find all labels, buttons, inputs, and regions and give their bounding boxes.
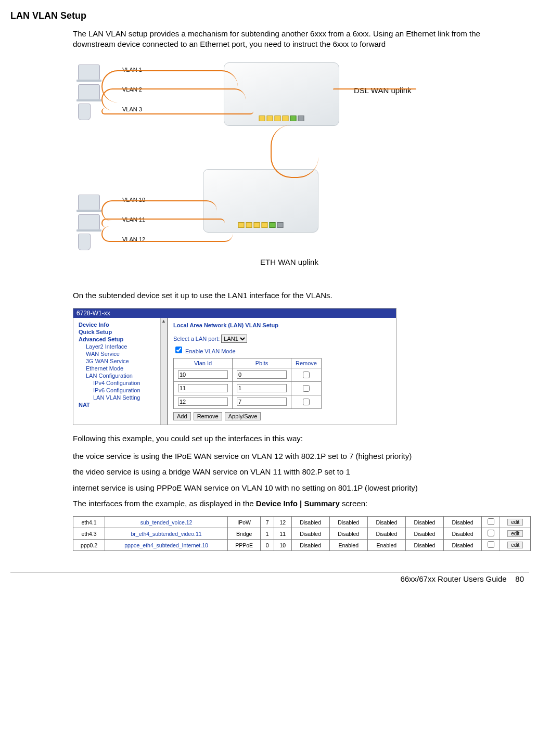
cell: Enabled bbox=[329, 540, 367, 551]
cell: 12 bbox=[274, 517, 292, 528]
table-row: eth4.1sub_tended_voice.12IPoW712Disabled… bbox=[73, 517, 531, 528]
cell: IPoW bbox=[227, 517, 261, 528]
laptop-icon bbox=[78, 65, 100, 80]
apply-save-button[interactable]: Apply/Save bbox=[225, 412, 261, 420]
vlan-id-input[interactable] bbox=[178, 398, 228, 406]
screen-name: Device Info | Summary bbox=[256, 499, 340, 508]
nav-item[interactable]: Device Info bbox=[79, 321, 167, 328]
cell: Disabled bbox=[291, 528, 329, 540]
add-button[interactable]: Add bbox=[173, 412, 191, 420]
vlan-table: Vlan Id Pbits Remove bbox=[173, 358, 322, 409]
pbits-input[interactable] bbox=[237, 370, 287, 379]
nav-item[interactable]: Layer2 Interface bbox=[79, 343, 167, 350]
edit-button[interactable]: edit bbox=[507, 519, 523, 526]
cell: pppoe_eth4_subteded_Internet.10 bbox=[105, 540, 228, 551]
laptop-icon bbox=[78, 214, 100, 230]
cell: 1 bbox=[261, 528, 274, 540]
row-checkbox[interactable] bbox=[488, 518, 494, 525]
table-row bbox=[174, 395, 322, 408]
pbits-input[interactable] bbox=[237, 398, 287, 406]
table-row: eth4.3br_eth4_subtended_video.11Bridge11… bbox=[73, 528, 531, 540]
select-lan-port-label: Select a LAN port: bbox=[173, 336, 220, 342]
nav-item[interactable]: IPv6 Configuration bbox=[79, 387, 167, 394]
cell: Disabled bbox=[367, 517, 405, 528]
cell: Bridge bbox=[227, 528, 261, 540]
phone-icon bbox=[78, 234, 91, 250]
cell: Disabled bbox=[291, 517, 329, 528]
nav-item[interactable]: IPv4 Configuration bbox=[79, 379, 167, 387]
nav-item[interactable]: Ethernet Mode bbox=[79, 365, 167, 372]
cell: 10 bbox=[274, 540, 292, 551]
remove-checkbox[interactable] bbox=[303, 399, 310, 405]
after-ss1-text: Following this example, you could set up… bbox=[73, 433, 519, 444]
col-remove: Remove bbox=[291, 358, 322, 368]
remove-checkbox[interactable] bbox=[303, 385, 310, 392]
table-row bbox=[174, 381, 322, 395]
text-fragment: screen: bbox=[340, 499, 367, 508]
cell: Disabled bbox=[367, 528, 405, 540]
cell: eth4.1 bbox=[73, 517, 105, 528]
nav-item[interactable]: NAT bbox=[79, 401, 167, 408]
cell: Enabled bbox=[367, 540, 405, 551]
text-fragment: The interfaces from the example, as disp… bbox=[73, 499, 256, 508]
page-number: 80 bbox=[515, 574, 524, 583]
guide-title: 66xx/67xx Router Users Guide bbox=[400, 574, 506, 583]
remove-checkbox[interactable] bbox=[303, 371, 310, 378]
summary-table: eth4.1sub_tended_voice.12IPoW712Disabled… bbox=[73, 516, 531, 551]
cell: Disabled bbox=[329, 517, 367, 528]
cell: Disabled bbox=[443, 517, 481, 528]
service-list: the voice service is using the IPoE WAN … bbox=[73, 451, 519, 493]
nav-item[interactable]: WAN Service bbox=[79, 350, 167, 357]
nav-item[interactable]: Quick Setup bbox=[79, 328, 167, 336]
nav-item[interactable]: Advanced Setup bbox=[79, 336, 167, 343]
col-vlan-id: Vlan Id bbox=[174, 358, 233, 368]
vlan-id-input[interactable] bbox=[178, 384, 228, 392]
row-checkbox[interactable] bbox=[488, 530, 494, 536]
lan-vlan-screenshot: 6728-W1-xx Device InfoQuick SetupAdvance… bbox=[73, 308, 396, 425]
cell: 11 bbox=[274, 528, 292, 540]
nav-item[interactable]: LAN Configuration bbox=[79, 372, 167, 379]
phone-icon bbox=[78, 104, 91, 120]
cell: eth4.3 bbox=[73, 528, 105, 540]
col-pbits: Pbits bbox=[233, 358, 291, 368]
topology-diagram: DSL WAN uplink VLAN 1 VLAN 2 VLAN 3 ETH … bbox=[73, 57, 468, 281]
panel-title: Local Area Network (LAN) VLAN Setup bbox=[173, 322, 391, 328]
nav-item[interactable]: 3G WAN Service bbox=[79, 357, 167, 365]
cell: Disabled bbox=[443, 528, 481, 540]
vlan-id-input[interactable] bbox=[178, 370, 228, 379]
after-diagram-text: On the subtended device set it up to use… bbox=[73, 290, 519, 301]
page-footer: 66xx/67xx Router Users Guide 80 bbox=[10, 574, 529, 583]
pbits-input[interactable] bbox=[237, 384, 287, 392]
list-item: the voice service is using the IPoE WAN … bbox=[73, 451, 519, 462]
enable-vlan-label: Enable VLAN Mode bbox=[185, 348, 236, 354]
row-checkbox[interactable] bbox=[488, 541, 494, 548]
cell: Disabled bbox=[329, 528, 367, 540]
intro-paragraph: The LAN VLAN setup provides a mechanism … bbox=[73, 29, 519, 50]
edit-button[interactable]: edit bbox=[507, 542, 523, 548]
laptop-icon bbox=[78, 195, 100, 210]
footer-rule bbox=[10, 572, 529, 572]
before-ss2-text: The interfaces from the example, as disp… bbox=[73, 498, 519, 509]
laptop-icon bbox=[78, 84, 100, 100]
cell: 0 bbox=[261, 540, 274, 551]
cell: Disabled bbox=[405, 528, 443, 540]
scrollbar[interactable] bbox=[160, 318, 167, 425]
nav-item[interactable]: LAN VLAN Setting bbox=[79, 394, 167, 401]
cell: Disabled bbox=[291, 540, 329, 551]
eth-wan-label: ETH WAN uplink bbox=[260, 258, 318, 266]
cell: Disabled bbox=[443, 540, 481, 551]
table-row bbox=[174, 368, 322, 381]
cell: Disabled bbox=[405, 540, 443, 551]
cell: 7 bbox=[261, 517, 274, 528]
cell: ppp0.2 bbox=[73, 540, 105, 551]
enable-vlan-checkbox[interactable] bbox=[175, 347, 182, 353]
section-heading: LAN VLAN Setup bbox=[10, 10, 529, 21]
list-item: internet service is using PPPoE WAN serv… bbox=[73, 483, 519, 493]
table-row: ppp0.2pppoe_eth4_subteded_Internet.10PPP… bbox=[73, 540, 531, 551]
lan-port-select[interactable]: LAN1 bbox=[221, 335, 247, 343]
nav-tree: Device InfoQuick SetupAdvanced SetupLaye… bbox=[73, 318, 168, 425]
cell: br_eth4_subtended_video.11 bbox=[105, 528, 228, 540]
cell: PPPoE bbox=[227, 540, 261, 551]
edit-button[interactable]: edit bbox=[507, 530, 523, 537]
remove-button[interactable]: Remove bbox=[194, 412, 222, 420]
